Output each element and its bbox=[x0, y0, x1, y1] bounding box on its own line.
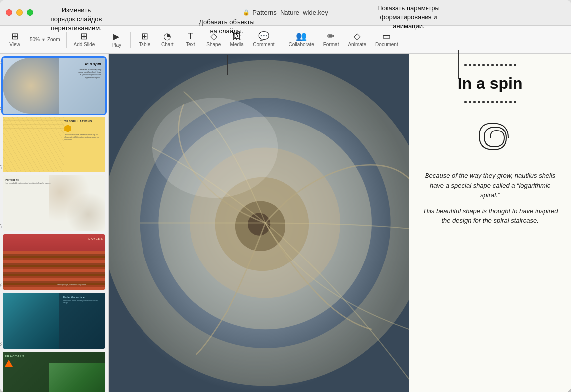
titlebar: 🔒 Patterns_Nature_wide.key bbox=[0, 0, 571, 26]
document-button[interactable]: ▭ Document bbox=[371, 30, 402, 49]
toolbar-add-group: ⊞ Add Slide bbox=[70, 30, 99, 49]
slide8-title: Under the surface bbox=[63, 296, 103, 299]
slide-heading: In a spin bbox=[421, 74, 559, 93]
svg-point-7 bbox=[152, 98, 278, 198]
dot-3 bbox=[473, 64, 476, 66]
comment-button[interactable]: 💬 Comment bbox=[249, 30, 278, 49]
dots-separator-bottom bbox=[421, 101, 559, 103]
slide-num-4: 4 bbox=[0, 106, 2, 112]
slide-body-text-1: Because of the way they grow, nautilus s… bbox=[421, 171, 559, 200]
dot-7 bbox=[491, 64, 494, 66]
dot-12 bbox=[514, 64, 516, 66]
slide5-subtitle: Tessellations are patterns made up of sh… bbox=[64, 133, 103, 141]
slide9-triangle-icon bbox=[5, 360, 13, 367]
toolbar-right-group: 👥 Collaborate ✏ Format ◇ Animate ▭ Docum… bbox=[285, 30, 402, 49]
slide-thumbnail-5: TESSELLATIONS Tessellations are patterns… bbox=[3, 117, 105, 172]
format-button[interactable]: ✏ Format bbox=[319, 30, 343, 49]
slide-row-6: Perfect fit How remarkable mathematical … bbox=[3, 175, 105, 231]
slide7-content: LAYERS Layer upon layer, rock tells the … bbox=[3, 234, 105, 290]
slide6-background bbox=[49, 175, 105, 231]
slide-collapse-7: › bbox=[0, 282, 2, 288]
animate-label: Animate bbox=[348, 42, 366, 47]
chart-label: Chart bbox=[161, 42, 173, 47]
close-button[interactable] bbox=[6, 9, 12, 16]
slide8-content: Under the surface Beneath the waves, int… bbox=[3, 293, 105, 349]
dot-b3 bbox=[473, 101, 476, 103]
shape-icon: ◇ bbox=[210, 32, 217, 41]
slide-item-9[interactable]: FRACTALS bbox=[3, 352, 105, 392]
fullscreen-button[interactable] bbox=[27, 9, 33, 16]
slide5-title: TESSELLATIONS bbox=[64, 120, 103, 123]
collaborate-button[interactable]: 👥 Collaborate bbox=[285, 30, 318, 49]
play-label: Play bbox=[112, 42, 121, 48]
slide-thumbnail-7: LAYERS Layer upon layer, rock tells the … bbox=[3, 234, 105, 290]
dot-6 bbox=[487, 64, 489, 66]
view-button[interactable]: ⊞ View bbox=[4, 30, 26, 49]
slide4-image bbox=[3, 58, 59, 114]
slide-item-6[interactable]: Perfect fit How remarkable mathematical … bbox=[3, 175, 105, 231]
shape-button[interactable]: ◇ Shape bbox=[202, 30, 225, 49]
dot-10 bbox=[505, 64, 507, 66]
slide-thumbnail-9: FRACTALS bbox=[3, 352, 105, 392]
minimize-button[interactable] bbox=[16, 9, 23, 16]
play-icon: ▶ bbox=[113, 32, 119, 41]
add-slide-icon: ⊞ bbox=[80, 32, 88, 41]
media-label: Media bbox=[230, 42, 244, 47]
slide-thumbnail-8: Under the surface Beneath the waves, int… bbox=[3, 293, 105, 349]
comment-label: Comment bbox=[253, 42, 274, 47]
media-button[interactable]: 🖼 Media bbox=[226, 30, 248, 49]
collaborate-icon: 👥 bbox=[296, 32, 307, 41]
slide9-title: FRACTALS bbox=[5, 355, 25, 358]
slide-row-5: TESSELLATIONS Tessellations are patterns… bbox=[3, 117, 105, 172]
slide-num-6: 6 bbox=[0, 224, 2, 229]
text-button[interactable]: T Text bbox=[179, 30, 201, 49]
slide-item-5[interactable]: TESSELLATIONS Tessellations are patterns… bbox=[3, 117, 105, 172]
hexagon-icon bbox=[64, 125, 71, 132]
toolbar: ⊞ View 50% ▼ Zoom ⊞ Add Slide ▶ Play ⊞ bbox=[0, 26, 571, 54]
animate-button[interactable]: ◇ Animate bbox=[344, 30, 370, 49]
dot-5 bbox=[482, 64, 485, 66]
view-icon: ⊞ bbox=[11, 32, 19, 41]
slide-item-7[interactable]: LAYERS Layer upon layer, rock tells the … bbox=[3, 234, 105, 290]
dot-b12 bbox=[514, 101, 516, 103]
format-label: Format bbox=[323, 42, 339, 47]
dot-9 bbox=[500, 64, 503, 66]
dot-b8 bbox=[496, 101, 498, 103]
dot-b9 bbox=[500, 101, 503, 103]
table-button[interactable]: ⊞ Table bbox=[134, 30, 155, 49]
slide-panel[interactable]: In a spin Because of the way theygrow, n… bbox=[0, 54, 109, 392]
traffic-lights bbox=[6, 9, 33, 16]
slide-row-7: LAYERS Layer upon layer, rock tells the … bbox=[3, 234, 105, 290]
dot-b2 bbox=[469, 101, 471, 103]
document-icon: ▭ bbox=[382, 32, 391, 41]
dot-b11 bbox=[509, 101, 512, 103]
slide6-text: Perfect fit How remarkable mathematical … bbox=[5, 178, 51, 184]
slide-num-8: 8 bbox=[0, 341, 2, 347]
slide4-content: In a spin Because of the way theygrow, n… bbox=[3, 58, 105, 114]
dot-b5 bbox=[482, 101, 485, 103]
toolbar-left-group: ⊞ View 50% ▼ Zoom bbox=[4, 30, 63, 49]
add-slide-button[interactable]: ⊞ Add Slide bbox=[70, 30, 99, 49]
text-label: Text bbox=[186, 42, 195, 47]
add-slide-label: Add Slide bbox=[74, 42, 95, 47]
slide5-content: TESSELLATIONS Tessellations are patterns… bbox=[3, 117, 105, 172]
slide-canvas[interactable]: In a spin bbox=[109, 54, 571, 392]
slide-num-5: 5 bbox=[0, 165, 2, 170]
slide-item-8[interactable]: Under the surface Beneath the waves, int… bbox=[3, 293, 105, 349]
slide-collapse-4: › bbox=[0, 60, 2, 65]
play-button[interactable]: ▶ Play bbox=[105, 30, 127, 50]
slide-row-8: Under the surface Beneath the waves, int… bbox=[3, 293, 105, 349]
slide-item-4[interactable]: In a spin Because of the way theygrow, n… bbox=[3, 58, 105, 114]
separator-2 bbox=[102, 32, 102, 48]
media-icon: 🖼 bbox=[232, 32, 241, 41]
slide9-fern bbox=[49, 363, 105, 392]
dot-b10 bbox=[505, 101, 507, 103]
chart-button[interactable]: ◔ Chart bbox=[156, 30, 178, 49]
zoom-button[interactable]: 50% ▼ Zoom bbox=[27, 35, 63, 44]
dot-2 bbox=[469, 64, 471, 66]
dots-separator-top bbox=[421, 64, 559, 66]
slide5-text: TESSELLATIONS Tessellations are patterns… bbox=[64, 120, 103, 141]
format-icon: ✏ bbox=[327, 32, 335, 41]
main-area: In a spin Because of the way theygrow, n… bbox=[0, 54, 571, 392]
dot-4 bbox=[478, 64, 480, 66]
